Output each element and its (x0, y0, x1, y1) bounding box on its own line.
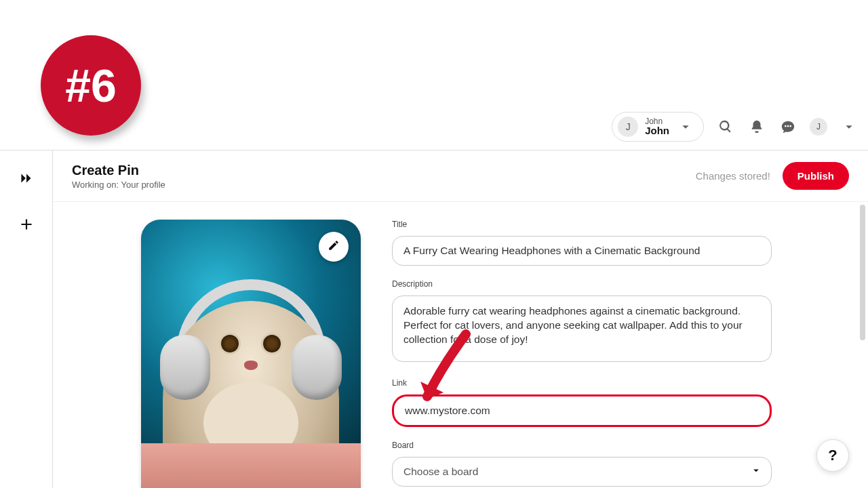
help-button[interactable]: ? (816, 439, 849, 472)
link-label: Link (392, 378, 772, 388)
pin-form: Title Description Link Board (392, 220, 772, 488)
page-header: Create Pin Working on: Your profile Chan… (53, 150, 868, 202)
add-pin-icon[interactable] (18, 216, 35, 236)
chevron-down-icon (676, 117, 695, 136)
title-input[interactable] (392, 236, 772, 266)
account-avatar[interactable]: J (810, 118, 827, 136)
bell-icon[interactable] (747, 117, 766, 136)
description-label: Description (392, 279, 772, 289)
edit-image-button[interactable] (319, 232, 349, 262)
board-select[interactable] (392, 457, 772, 487)
account-avatar-initial: J (816, 122, 821, 131)
header-right: Changes stored! Publish (696, 162, 849, 190)
page-title: Create Pin (72, 163, 165, 178)
pin-image-column (141, 220, 361, 488)
scrollbar[interactable] (860, 205, 865, 340)
description-input[interactable] (392, 296, 772, 362)
pin-image-preview[interactable] (141, 220, 361, 488)
profile-label-main: John (645, 125, 669, 136)
publish-button[interactable]: Publish (783, 162, 849, 190)
pencil-icon (328, 239, 340, 254)
link-input[interactable] (392, 394, 772, 427)
avatar-initial: J (626, 121, 631, 132)
header-left: Create Pin Working on: Your profile (72, 163, 165, 190)
search-icon[interactable] (716, 117, 735, 136)
left-rail (0, 150, 53, 488)
chat-icon[interactable] (778, 117, 797, 136)
avatar: J (618, 117, 638, 137)
profile-text: John John (645, 117, 669, 136)
save-status: Changes stored! (696, 170, 770, 182)
expand-rail-icon[interactable] (18, 169, 35, 190)
step-number-badge: #6 (41, 35, 141, 136)
help-icon: ? (828, 447, 837, 464)
profile-switcher[interactable]: J John John (612, 112, 704, 142)
title-label: Title (392, 220, 772, 229)
board-label: Board (392, 441, 772, 450)
page-subtitle: Working on: Your profile (72, 180, 165, 190)
main-area: Title Description Link Board (53, 202, 868, 488)
account-menu-chevron-icon[interactable] (840, 117, 859, 136)
top-right-controls: J John John J (612, 112, 859, 142)
step-number-text: #6 (65, 59, 117, 112)
